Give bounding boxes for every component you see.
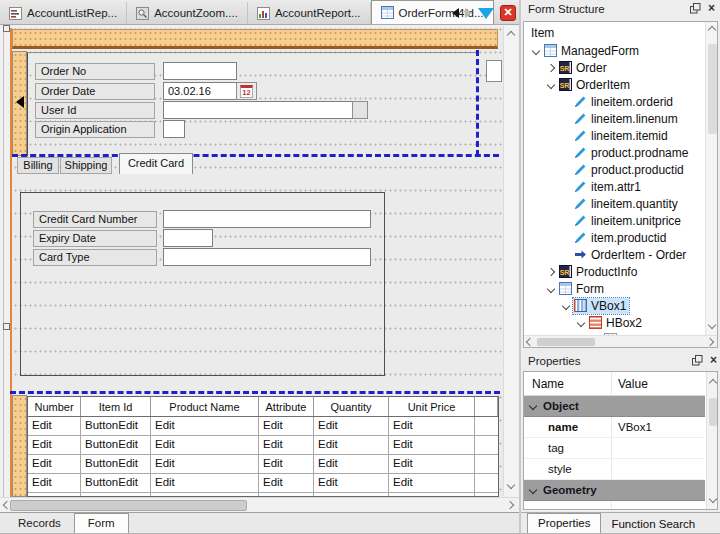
tree-node-lineitem-linenum[interactable]: lineitem.linenum bbox=[559, 110, 718, 127]
tree-node-lineitem-orderid[interactable]: lineitem.orderid bbox=[559, 93, 718, 110]
table-cell[interactable]: Edit bbox=[314, 436, 389, 454]
table-cell[interactable]: Edit bbox=[151, 474, 259, 492]
tree-node-inner[interactable]: SRProductInfo bbox=[558, 264, 640, 280]
expand-slot[interactable] bbox=[559, 303, 573, 309]
tree-vertical-scrollbar[interactable] bbox=[705, 22, 718, 336]
order-section-sidebar[interactable] bbox=[12, 51, 27, 156]
prev-tab-icon[interactable] bbox=[452, 8, 459, 18]
credit-card-number-field[interactable] bbox=[163, 210, 371, 228]
chevron-down-icon[interactable] bbox=[547, 284, 555, 292]
panel-tab-properties[interactable]: Properties bbox=[527, 513, 601, 534]
card-type-field[interactable] bbox=[163, 248, 371, 266]
tree-node-inner[interactable]: lineitem.itemid bbox=[573, 128, 671, 144]
props-scroll-thumb[interactable] bbox=[709, 398, 717, 426]
prop-row-tag[interactable]: tag bbox=[524, 438, 705, 459]
close-panel-icon[interactable]: × bbox=[710, 355, 717, 366]
close-document-icon[interactable]: ✕ bbox=[500, 5, 516, 21]
expand-slot[interactable] bbox=[544, 286, 558, 292]
order-no-field[interactable] bbox=[163, 62, 237, 80]
horizontal-scroll-thumb[interactable] bbox=[10, 500, 247, 511]
tree-node-productinfo[interactable]: SRProductInfo bbox=[544, 263, 718, 280]
origin-application-field[interactable] bbox=[163, 120, 185, 138]
table-row[interactable]: EditButtonEditEditEditEditEdit bbox=[28, 474, 498, 493]
table-cell[interactable]: Edit bbox=[151, 436, 259, 454]
table-cell[interactable]: Edit bbox=[389, 474, 475, 492]
designer-vertical-scrollbar[interactable] bbox=[503, 26, 518, 496]
tree-node-lineitem-quantity[interactable]: lineitem.quantity bbox=[559, 195, 718, 212]
table-cell[interactable]: Edit bbox=[28, 436, 81, 454]
tree-node-product-productid[interactable]: product.productid bbox=[559, 161, 718, 178]
table-cell[interactable]: Edit bbox=[259, 474, 314, 492]
designer-horizontal-scrollbar[interactable] bbox=[0, 497, 519, 512]
table-cell[interactable]: Edit bbox=[259, 436, 314, 454]
expand-slot[interactable] bbox=[544, 82, 558, 88]
table-cell[interactable]: Edit bbox=[259, 417, 314, 435]
float-panel-icon[interactable] bbox=[690, 3, 701, 14]
table-cell[interactable]: Edit bbox=[314, 417, 389, 435]
props-section-geometry[interactable]: Geometry bbox=[524, 480, 705, 501]
clipped-field[interactable] bbox=[486, 60, 502, 82]
tree-node-lineitem-itemid[interactable]: lineitem.itemid bbox=[559, 127, 718, 144]
table-cell[interactable]: ButtonEdit bbox=[81, 436, 151, 454]
table-cell[interactable]: Edit bbox=[314, 455, 389, 473]
tree-node-lineitem-unitprice[interactable]: lineitem.unitprice bbox=[559, 212, 718, 229]
close-panel-icon[interactable]: × bbox=[708, 3, 715, 14]
prop-row-style[interactable]: style bbox=[524, 459, 705, 480]
table-row[interactable]: EditButtonEditEditEditEditEdit bbox=[28, 455, 498, 474]
next-tab-icon[interactable] bbox=[465, 8, 472, 18]
tree-horizontal-scrollbar[interactable] bbox=[524, 335, 717, 347]
tree-node-item-productid[interactable]: item.productid bbox=[559, 229, 718, 246]
expand-slot[interactable] bbox=[544, 65, 558, 71]
expand-slot[interactable] bbox=[574, 320, 588, 326]
tree-hscroll-thumb[interactable] bbox=[537, 338, 595, 346]
tree-node-product-prodname[interactable]: product.prodname bbox=[559, 144, 718, 161]
expand-slot[interactable] bbox=[544, 269, 558, 275]
tree-node-inner[interactable]: lineitem.quantity bbox=[573, 196, 681, 212]
prop-value[interactable]: VBox1 bbox=[618, 421, 652, 433]
chevron-down-icon[interactable] bbox=[562, 301, 570, 309]
table-cell[interactable]: ButtonEdit bbox=[81, 474, 151, 492]
chevron-down-icon[interactable] bbox=[577, 318, 585, 326]
tree-node-form[interactable]: Form bbox=[544, 280, 718, 297]
tree-node-managedform[interactable]: ManagedForm bbox=[529, 42, 710, 59]
doc-tab-accountreport[interactable]: AccountReport... bbox=[248, 2, 371, 24]
tree-node-orderitem-order[interactable]: OrderItem - Order bbox=[559, 246, 718, 263]
chevron-down-icon[interactable] bbox=[532, 46, 540, 54]
form-container-band[interactable] bbox=[12, 29, 498, 49]
tab-list-icon[interactable] bbox=[478, 8, 494, 19]
table-cell[interactable]: Edit bbox=[259, 455, 314, 473]
scroll-right-icon[interactable] bbox=[506, 501, 514, 509]
order-date-field[interactable]: 03.02.16 bbox=[163, 82, 237, 100]
tree-scroll-right-icon[interactable] bbox=[706, 338, 714, 346]
tree-node-vbox1[interactable]: VBox1 bbox=[559, 297, 718, 314]
chevron-down-icon[interactable] bbox=[547, 80, 555, 88]
table-row[interactable]: EditButtonEditEditEditEditEdit bbox=[28, 417, 498, 436]
expand-slot[interactable] bbox=[529, 48, 543, 54]
doc-tab-accountzoom[interactable]: AccountZoom.... bbox=[127, 2, 248, 24]
properties-vertical-scrollbar[interactable] bbox=[706, 372, 718, 510]
order-items-table[interactable]: NumberItem IdProduct NameAttributeQuanti… bbox=[27, 396, 499, 497]
table-section-sidebar[interactable] bbox=[12, 395, 27, 497]
tree-node-order[interactable]: SROrder bbox=[544, 59, 718, 76]
table-cell[interactable]: ButtonEdit bbox=[81, 455, 151, 473]
container-resize-handle-middle[interactable] bbox=[3, 323, 10, 330]
tree-node-inner[interactable]: item.productid bbox=[573, 230, 669, 246]
tree-node-item-attr1[interactable]: item.attr1 bbox=[559, 178, 718, 195]
props-scroll-down-icon[interactable] bbox=[709, 495, 717, 503]
collapse-arrow-icon[interactable] bbox=[16, 96, 24, 108]
prop-row-name[interactable]: nameVBox1 bbox=[524, 417, 705, 438]
tree-scroll-thumb[interactable] bbox=[708, 44, 717, 134]
page-tab-shipping[interactable]: Shipping bbox=[60, 157, 112, 174]
chevron-down-icon[interactable] bbox=[529, 486, 537, 494]
expiry-date-field[interactable] bbox=[163, 229, 213, 247]
chevron-right-icon[interactable] bbox=[547, 267, 555, 275]
tree-node-hbox2[interactable]: HBox2 bbox=[574, 314, 718, 331]
tree-node-inner[interactable]: lineitem.unitprice bbox=[573, 213, 684, 229]
tree-scroll-left-icon[interactable] bbox=[526, 338, 534, 346]
table-cell[interactable]: Edit bbox=[28, 455, 81, 473]
tree-scroll-down-icon[interactable] bbox=[708, 321, 716, 329]
panel-tab-function-search[interactable]: Function Search bbox=[601, 516, 705, 534]
page-tab-billing[interactable]: Billing bbox=[17, 157, 59, 174]
tree-node-inner[interactable]: OrderItem - Order bbox=[573, 247, 689, 263]
container-resize-handle-top[interactable] bbox=[3, 25, 10, 32]
